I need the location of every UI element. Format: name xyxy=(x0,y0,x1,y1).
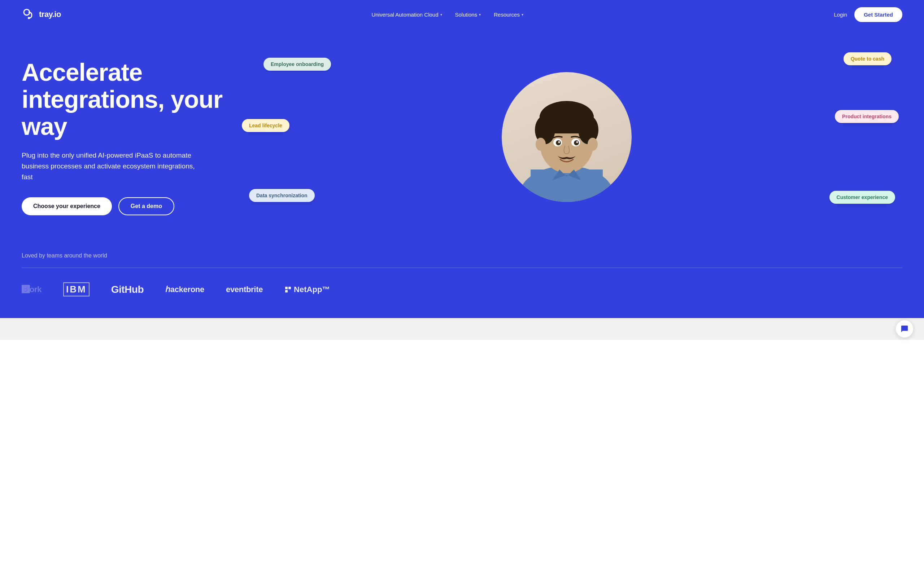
hero-subtitle: Plug into the only unified AI-powered iP… xyxy=(22,150,202,183)
svg-point-17 xyxy=(577,141,578,143)
chevron-down-icon: ▾ xyxy=(440,13,442,16)
nav-links: Universal Automation Cloud ▾ Solutions ▾… xyxy=(372,11,523,18)
hero-section: Accelerate integrations, your way Plug i… xyxy=(0,29,924,253)
logo-eventbrite: eventbrite xyxy=(226,285,263,294)
svg-point-14 xyxy=(556,140,561,145)
hero-visual: Employee onboarding Quote to cash Lead l… xyxy=(231,50,902,224)
nav-resources-label: Resources xyxy=(494,11,520,18)
logo-text: tray.io xyxy=(39,10,61,19)
tag-customer-experience: Customer experience xyxy=(829,191,895,204)
logo[interactable]: tray.io xyxy=(22,7,61,22)
logos-section: Loved by teams around the world 🅱ork IBM… xyxy=(0,253,924,318)
login-button[interactable]: Login xyxy=(834,11,847,18)
nav-item-uac[interactable]: Universal Automation Cloud ▾ xyxy=(372,11,442,18)
tag-product-integrations: Product integrations xyxy=(835,110,899,123)
svg-point-1 xyxy=(28,17,30,19)
svg-rect-9 xyxy=(540,115,594,134)
svg-rect-18 xyxy=(285,287,288,289)
hero-content: Accelerate integrations, your way Plug i… xyxy=(22,59,231,215)
choose-experience-button[interactable]: Choose your experience xyxy=(22,197,112,215)
footer-band xyxy=(0,318,924,340)
chevron-down-icon: ▾ xyxy=(479,13,481,16)
nav-solutions-label: Solutions xyxy=(455,11,478,18)
logo-netapp: NetApp™ xyxy=(284,285,330,294)
tag-employee-onboarding: Employee onboarding xyxy=(263,58,331,71)
chat-button[interactable] xyxy=(896,320,913,338)
avatar xyxy=(502,72,632,202)
svg-rect-19 xyxy=(288,287,291,289)
nav-uac-label: Universal Automation Cloud xyxy=(372,11,438,18)
logo-hackerone: ℎackerone xyxy=(165,285,204,294)
tag-data-synchronization: Data synchronization xyxy=(249,189,315,202)
chevron-down-icon: ▾ xyxy=(522,13,523,16)
logos-row: 🅱ork IBM GitHub ℎackerone eventbrite Net… xyxy=(22,282,902,297)
svg-rect-3 xyxy=(531,169,603,202)
svg-rect-20 xyxy=(285,290,288,292)
svg-point-10 xyxy=(536,138,546,151)
get-demo-button[interactable]: Get a demo xyxy=(118,197,174,215)
svg-point-11 xyxy=(588,138,598,151)
hero-buttons: Choose your experience Get a demo xyxy=(22,197,231,215)
logo-github: GitHub xyxy=(111,284,144,295)
tag-lead-lifecycle: Lead lifecycle xyxy=(242,119,289,132)
logo-york: 🅱ork xyxy=(22,285,42,294)
navbar: tray.io Universal Automation Cloud ▾ Sol… xyxy=(0,0,924,29)
logo-ibm: IBM xyxy=(63,282,89,297)
nav-actions: Login Get Started xyxy=(834,7,902,22)
svg-point-16 xyxy=(558,141,560,143)
logos-tagline: Loved by teams around the world xyxy=(22,253,902,259)
hero-title: Accelerate integrations, your way xyxy=(22,59,231,140)
logos-divider xyxy=(22,268,902,268)
nav-item-solutions[interactable]: Solutions ▾ xyxy=(455,11,481,18)
svg-point-15 xyxy=(574,140,579,145)
tag-quote-to-cash: Quote to cash xyxy=(843,52,892,65)
get-started-button[interactable]: Get Started xyxy=(855,7,902,22)
nav-item-resources[interactable]: Resources ▾ xyxy=(494,11,523,18)
